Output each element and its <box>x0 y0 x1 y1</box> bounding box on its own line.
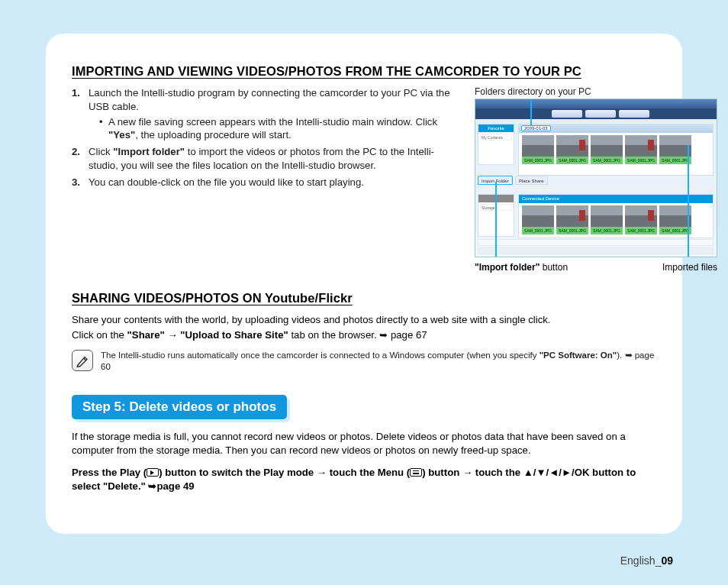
sidebar-favorites: Favorite My Contents <box>478 124 514 165</box>
thumbnail: SAM_0001.JPG <box>591 135 623 166</box>
thumbnail: SAM_0001.JPG <box>659 205 691 236</box>
thumbnail: SAM_0001.JPG <box>556 205 588 236</box>
content-pane-top: SAM_0001.JPG SAM_0001.JPG SAM_0001.JPG S… <box>518 124 714 176</box>
step-number: 1. <box>72 86 80 100</box>
figure-captions-row: "Import folder" button Imported files <box>475 262 717 273</box>
upload-label: "Upload to Share Site" <box>180 329 288 341</box>
sub-bullet-list: A new file saving screen appears with th… <box>99 115 461 143</box>
callout-line <box>688 145 689 257</box>
thumbnail: SAM_0001.JPG <box>625 135 657 166</box>
manual-page: IMPORTING AND VIEWING VIDEOS/PHOTOS FROM… <box>46 34 682 534</box>
section-title-importing: IMPORTING AND VIEWING VIDEOS/PHOTOS FROM… <box>72 64 656 79</box>
step-text: Launch the Intelli-studio program by con… <box>89 87 450 112</box>
step-3: 3. You can double-click on the file you … <box>72 176 461 189</box>
caption-import-folder-button: "Import folder" button <box>475 262 568 273</box>
section-sharing: SHARING VIDEOS/PHOTOS ON Youtube/Flickr … <box>72 291 656 373</box>
sharing-para-2: Click on the "Share" → "Upload to Share … <box>72 328 656 342</box>
tab-bar: Import Folder Place Share <box>478 176 714 186</box>
section-title-sharing: SHARING VIDEOS/PHOTOS ON Youtube/Flickr <box>72 291 656 305</box>
thumbnail-row: SAM_0001.JPG SAM_0001.JPG SAM_0001.JPG S… <box>522 135 710 173</box>
caption-folders-directory: Folders directory on your PC <box>475 86 717 97</box>
step5-para: If the storage media is full, you cannot… <box>72 430 656 458</box>
thumbnail: SAM_0001.JPG <box>591 205 623 236</box>
date-chip: 2009-01-03 <box>521 125 551 131</box>
note-box: The Intelli-studio runs automatically on… <box>72 350 656 373</box>
content-pane-bottom: Connected Device SAM_0001.JPG SAM_0001.J… <box>518 194 714 238</box>
callout-line <box>530 99 532 125</box>
sharing-para-1: Share your contents with the world, by u… <box>72 313 656 327</box>
step5-badge-wrap: Step 5: Delete videos or photos <box>72 373 656 419</box>
step-text: You can double-click on the file you wou… <box>89 176 364 188</box>
status-strip <box>478 247 714 254</box>
footer-page-number: 09 <box>661 554 673 567</box>
page-footer: English_09 <box>620 554 673 567</box>
pane-header-device: Connected Device <box>519 195 713 203</box>
figure-column: Folders directory on your PC Favorite My… <box>475 86 717 273</box>
tab-other: Place Share <box>515 176 548 185</box>
steps-list: 1. Launch the Intelli-studio program by … <box>72 86 461 189</box>
note-text: The Intelli-studio runs automatically on… <box>101 350 656 373</box>
sidebar-item: My Contents <box>480 134 512 141</box>
step5-badge: Step 5: Delete videos or photos <box>72 395 287 419</box>
thumbnail: SAM_0001.JPG <box>522 135 554 166</box>
step5-instruction: Press the Play () button to switch the P… <box>72 466 656 494</box>
menu-icon <box>410 468 422 477</box>
step-1: 1. Launch the Intelli-studio program by … <box>72 86 461 142</box>
note-icon <box>72 350 93 371</box>
instructions-column: 1. Launch the Intelli-studio program by … <box>72 86 461 273</box>
status-strip <box>478 239 714 246</box>
step-text-a: Click <box>89 146 113 157</box>
thumbnail-row: SAM_0001.JPG SAM_0001.JPG SAM_0001.JPG S… <box>522 205 710 236</box>
bullet-text-a: A new file saving screen appears with th… <box>108 116 437 128</box>
menu-chip <box>552 110 582 118</box>
import-folder-label: "Import folder" <box>113 146 185 157</box>
section1-row: 1. Launch the Intelli-studio program by … <box>72 86 656 273</box>
yes-label: "Yes" <box>108 129 135 141</box>
play-icon <box>147 468 159 477</box>
caption-imported-files: Imported files <box>662 262 717 273</box>
callout-line <box>495 182 497 257</box>
bullet-text-b: , the uploading procedure will start. <box>135 129 292 141</box>
step-number: 2. <box>72 145 80 159</box>
footer-lang: English_ <box>620 554 662 567</box>
menu-chip <box>619 110 649 118</box>
thumbnail: SAM_0001.JPG <box>556 135 588 166</box>
share-label: "Share" <box>127 329 165 341</box>
thumbnail: SAM_0001.JPG <box>522 205 554 236</box>
thumbnail: SAM_0001.JPG <box>625 205 657 236</box>
bullet-item: A new file saving screen appears with th… <box>99 115 461 143</box>
step-2: 2. Click "Import folder" to import the v… <box>72 145 461 173</box>
menu-chip <box>585 110 616 118</box>
thumbnail: SAM_0001.JPG <box>659 135 691 166</box>
sidebar-head: Favorite <box>478 124 514 132</box>
intelli-studio-screenshot: Favorite My Contents 2009-01-03 SAM_0001… <box>475 99 717 257</box>
app-titlebar <box>475 99 717 108</box>
step-number: 3. <box>72 176 80 189</box>
